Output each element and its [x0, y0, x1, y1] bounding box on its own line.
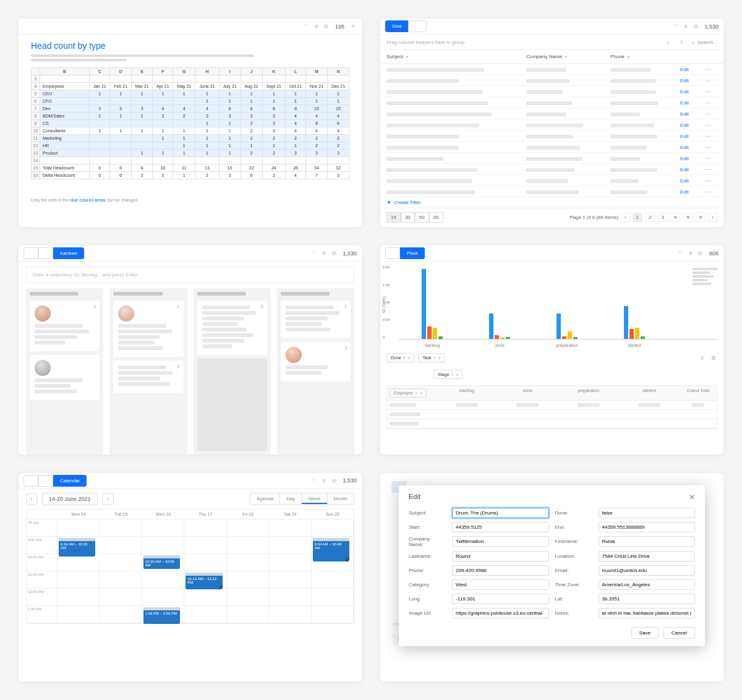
tab-kanban[interactable]: Kanban	[53, 247, 84, 259]
input-notes[interactable]	[599, 608, 696, 618]
kanban-card[interactable]: 1	[281, 301, 351, 338]
day-mon[interactable]: Mon 14	[58, 510, 100, 519]
kanban-board[interactable]: 1	[19, 288, 362, 454]
row-menu-icon[interactable]: ⋯	[705, 144, 717, 151]
pivot-col-started[interactable]: started	[619, 386, 680, 400]
calendar-cell[interactable]	[227, 537, 269, 554]
col-m[interactable]: M	[306, 68, 328, 75]
input-end[interactable]	[599, 522, 696, 532]
edit-link[interactable]: Edit	[680, 189, 705, 195]
filter-icon[interactable]	[419, 391, 422, 395]
filter-icon[interactable]	[407, 356, 410, 360]
day-wed[interactable]: Wed 16	[142, 510, 184, 519]
calendar-cell[interactable]	[227, 589, 269, 606]
tab-other2[interactable]	[38, 475, 53, 487]
calendar-cell[interactable]: 1:06 PM – 2:06 PM	[142, 606, 184, 623]
calendar-grid[interactable]: Mon 14 Tue 15 Wed 16 Thu 17 Fri 18 Sat 1…	[26, 509, 354, 624]
pagesize-15[interactable]: 15	[386, 212, 401, 223]
kanban-card[interactable]: 2	[113, 361, 183, 393]
col-company[interactable]: Company Name	[526, 54, 610, 59]
table-row[interactable]: Edit⋯	[380, 164, 723, 175]
pivot-chip-done[interactable]: Done↑	[386, 353, 414, 362]
day-fri[interactable]: Fri 18	[227, 510, 269, 519]
spreadsheet-table[interactable]: B C D E F G H I J K L M N 34	[31, 67, 349, 179]
input-email[interactable]	[599, 565, 696, 576]
input-category[interactable]	[452, 579, 549, 590]
tab-other[interactable]	[385, 247, 400, 259]
row-menu-icon[interactable]: ⋯	[705, 88, 717, 95]
input-subject[interactable]	[452, 508, 549, 518]
edit-link[interactable]: Edit	[680, 167, 705, 173]
col-h[interactable]: H	[195, 68, 219, 75]
calendar-cell[interactable]	[58, 571, 100, 589]
pivot-col-done[interactable]: done	[497, 386, 558, 400]
table-row[interactable]: Edit⋯	[380, 186, 723, 197]
calendar-cell[interactable]	[58, 606, 100, 623]
edit-link[interactable]: Edit	[680, 145, 705, 150]
calendar-event[interactable]: 1:06 PM – 2:06 PM	[143, 607, 180, 625]
tab-other1[interactable]	[23, 247, 38, 259]
calendar-cell[interactable]	[227, 606, 269, 623]
input-imageurl[interactable]	[452, 608, 549, 618]
row-menu-icon[interactable]: ⋯	[705, 122, 717, 129]
calendar-cell[interactable]	[184, 554, 226, 571]
calendar-cell[interactable]	[100, 589, 142, 606]
table-row[interactable]: Edit⋯	[380, 108, 723, 119]
pivot-col-preparation[interactable]: preparation	[558, 386, 619, 400]
close-icon[interactable]: ✕	[689, 493, 695, 502]
kanban-card[interactable]: 1	[113, 301, 183, 357]
calendar-cell[interactable]	[312, 571, 354, 589]
kanban-card[interactable]: 1	[30, 301, 100, 351]
col-subject[interactable]: Subject	[386, 54, 526, 59]
sheet-row[interactable]: 11Marketing111122222	[32, 135, 349, 142]
input-lastname[interactable]	[452, 551, 549, 561]
edit-link[interactable]: Edit	[680, 178, 705, 184]
calendar-cell[interactable]	[184, 589, 226, 606]
settings-icon[interactable]: ⚙	[710, 354, 717, 362]
sheet-row[interactable]: 10Consultants111111123444	[32, 127, 349, 135]
tab-other2[interactable]	[38, 247, 53, 259]
edit-link[interactable]: Edit	[680, 67, 705, 72]
search-box[interactable]: ⌕ Search...	[692, 40, 717, 45]
row-menu-icon[interactable]: ⋯	[705, 155, 717, 162]
col-g[interactable]: G	[173, 68, 195, 75]
calendar-cell[interactable]	[227, 554, 269, 571]
col-k[interactable]: K	[262, 68, 285, 75]
table-row[interactable]: Edit⋯	[380, 97, 723, 108]
calendar-cell[interactable]	[269, 571, 311, 589]
sheet-row[interactable]: 6CFO1111111	[32, 98, 349, 105]
calendar-cell[interactable]	[142, 537, 184, 554]
pagesize-30[interactable]: 30	[401, 212, 415, 223]
table-row[interactable]: Edit⋯	[380, 142, 723, 153]
input-done[interactable]	[599, 508, 696, 518]
kanban-card[interactable]	[197, 359, 267, 450]
calendar-cell[interactable]	[312, 519, 354, 537]
kanban-card[interactable]: 3	[281, 342, 351, 382]
col-l[interactable]: L	[286, 68, 306, 75]
edit-link[interactable]: Edit	[680, 134, 705, 139]
cal-prev-button[interactable]: ‹	[26, 493, 37, 505]
calendar-cell[interactable]	[269, 554, 311, 571]
calendar-cell[interactable]	[312, 589, 354, 606]
col-b[interactable]: B	[40, 68, 90, 75]
heart-icon[interactable]: ♡	[677, 250, 684, 257]
pivot-chip-task[interactable]: Task↑	[418, 353, 445, 362]
col-n[interactable]: N	[327, 68, 349, 75]
filter-icon[interactable]	[626, 54, 629, 59]
calendar-event[interactable]: 11:12 AM – 12:12 PM1	[186, 573, 222, 590]
calendar-cell[interactable]	[227, 519, 269, 537]
view-week[interactable]: Week	[302, 493, 327, 504]
heart-icon[interactable]: ♡	[310, 477, 318, 484]
input-firstname[interactable]	[599, 536, 696, 547]
tab-other[interactable]	[408, 20, 427, 32]
col-e[interactable]: E	[131, 68, 152, 75]
view-day[interactable]: Day	[280, 493, 302, 504]
pivot-table[interactable]: Employee↑ backlog done preparation start…	[386, 385, 717, 429]
calendar-cell[interactable]	[58, 519, 100, 537]
calendar-cell[interactable]: 9:16 AM – 10:23 AM	[58, 537, 100, 554]
filter-icon[interactable]	[564, 54, 567, 59]
add-icon[interactable]: ＋	[665, 38, 672, 46]
export-icon[interactable]: ⇪	[678, 38, 686, 46]
day-thu[interactable]: Thu 17	[184, 510, 226, 519]
page-6[interactable]: 6	[696, 213, 706, 222]
